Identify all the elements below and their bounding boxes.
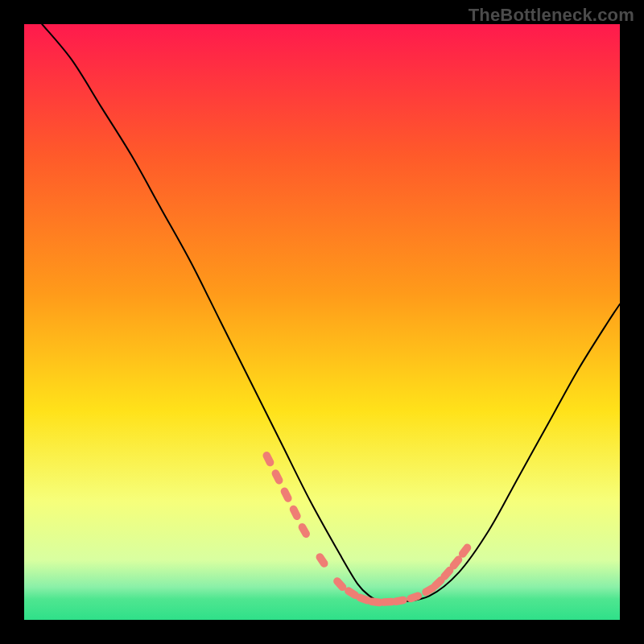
chart-stage: TheBottleneck.com [0,0,644,644]
highlight-marker [270,469,284,486]
highlight-marker [297,522,312,539]
highlight-marker [279,486,293,504]
plot-area [24,24,620,620]
highlight-marker [262,450,275,468]
highlight-markers [262,450,473,606]
bottleneck-curve [42,24,620,603]
highlight-marker [391,596,408,606]
watermark-text: TheBottleneck.com [469,5,634,26]
highlight-marker [315,551,330,568]
highlight-marker [288,504,302,522]
curve-layer [24,24,620,620]
